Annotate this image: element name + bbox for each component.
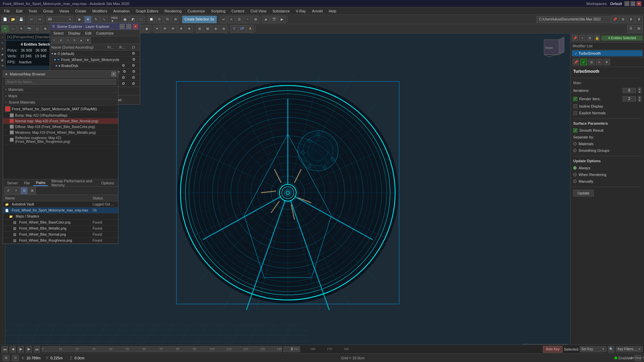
cameras-button[interactable]: 📷 [25,25,33,33]
mat-search-input[interactable] [5,79,116,85]
go-start-button[interactable]: ⏮ [1,346,8,353]
render-iters-down-button[interactable]: ▼ [638,99,641,102]
render-iters-input[interactable] [623,96,636,102]
menu-group[interactable]: Group [40,8,56,14]
menu-content[interactable]: Content [229,8,247,14]
iterations-down-button[interactable]: ▼ [638,90,641,93]
menu-rendering[interactable]: Rendering [162,8,184,14]
load-button[interactable]: ⬇ [627,16,635,23]
pin-button[interactable]: 📌 [611,16,619,23]
selection-filter-dropdown[interactable]: All ▼ [46,16,73,23]
mat-item-bump[interactable]: Bump: Map #22 (VRayNormalMap) [3,113,118,118]
sidebar-hierarchy-icon[interactable]: ⊕ [0,46,5,51]
config-panel-button[interactable]: ⚙ [587,35,593,41]
select-button[interactable]: ▶ [76,16,84,23]
mat-asset-normal[interactable]: 🖼 Front_Wheel_Bike_Normal.png Found [3,232,118,238]
modifier-active-button[interactable]: ✓ [580,59,587,65]
se-invert-button[interactable]: ⊘ [58,37,64,43]
render-setup-button[interactable]: 🎬 [270,16,278,23]
go-end-button[interactable]: ⏭ [34,346,40,353]
sidebar-utilities-icon[interactable]: ⚙ [0,63,5,68]
render-frame-button[interactable]: ▶ [278,16,286,23]
arnold-render[interactable]: A [247,25,254,33]
mat-item-normal[interactable]: Normal map: Map #20 (Front_Wheel_Bike_No… [3,118,118,124]
menu-graph-editors[interactable]: Graph Editors [133,8,161,14]
view-dropdown-button[interactable]: View ▼ [111,16,118,23]
materials-radio[interactable] [573,142,577,145]
region-type-button[interactable]: ◩ [129,16,137,23]
maximize-button[interactable]: □ [631,1,635,6]
sidebar-display-icon[interactable]: ◧ [0,58,5,62]
sidebar-modify-icon[interactable]: ✎ [0,41,5,45]
pin-panel-button[interactable]: 📌 [572,35,578,41]
ungroup-btn[interactable]: ⊠ [204,25,211,33]
close-button[interactable]: ✕ [637,1,641,6]
se-menu-edit[interactable]: Edit [83,31,94,36]
sidebar-motion-icon[interactable]: ▶ [0,52,5,57]
mat-item-diffuse[interactable]: Diffuse: Map #18 (Front_Wheel_Bike_BaseC… [3,124,118,130]
se-row-2[interactable]: ● ◈ BrakeDisk ⚙ ⚙ [54,63,140,69]
add-time-tag-button[interactable]: Add Time Tag [635,355,641,361]
iterations-up-button[interactable]: ▲ [638,87,641,90]
angle-snap[interactable]: ⟳ [156,16,163,23]
freeze-unselect[interactable]: ❄ [177,25,185,33]
obj-data[interactable]: ◉ [143,25,150,33]
region-select-button[interactable]: ▣ [121,16,128,23]
minimize-button[interactable]: ─ [625,1,629,6]
pin-modifier-button[interactable]: 📌 [573,59,579,65]
max-script-btn[interactable]: M [635,25,643,33]
scene-explorer-close-button[interactable]: ✕ [133,24,138,29]
vray-frame-buffer[interactable]: VF [238,25,246,33]
se-menu-select[interactable]: Select [51,31,66,36]
mirror-button[interactable]: ⇔ [220,16,227,23]
save-button[interactable]: 💾 [17,16,25,23]
nav-cube[interactable]: Front [541,36,568,63]
mat-reload-button[interactable]: ↺ [4,187,12,194]
mat-scroll-area[interactable]: Front_Wheel_for_Sport_Motorcycle_MAT (VR… [3,106,118,179]
rotate-button[interactable]: ↻ [92,16,100,23]
menu-substance[interactable]: Substance [270,8,292,14]
configure-button[interactable]: ⚙ [588,59,595,65]
when-rendering-radio[interactable] [573,173,577,176]
mat-cat-maps[interactable]: + Maps [3,93,118,99]
mat-item-main[interactable]: Front_Wheel_for_Sport_Motorcycle_MAT (VR… [3,106,118,113]
manually-radio[interactable] [573,180,577,183]
lights-button[interactable]: ☀ [17,25,25,33]
expand-panel-button[interactable]: + [579,35,585,41]
scale-button[interactable]: ⤡ [100,16,108,23]
mat-item-roughness[interactable]: Reflection roughness: Map #21 (Front_Whe… [3,135,118,144]
mat-asset-basecolor[interactable]: 🖼 Front_Wheel_Bike_BaseColor.png Found [3,220,118,226]
menu-arnold[interactable]: Arnold [309,8,325,14]
auto-key-button[interactable]: Auto Key [543,346,563,353]
shapes-button[interactable]: ○ [9,25,17,33]
export-button[interactable]: ⬆ [635,16,643,23]
reactor-btn[interactable]: R [627,25,635,33]
open-button[interactable]: 📂 [9,16,17,23]
key-filters-dropdown[interactable]: Key Filters ... ▼ [616,346,643,352]
play-button[interactable]: ▶ [17,346,24,353]
create-selection-set-button[interactable]: Create Selection Se [182,16,217,23]
always-radio[interactable] [573,166,577,170]
mat-cat-scene-materials[interactable]: ─ Scene Materials [3,99,118,106]
mat-tab-server[interactable]: Server [4,180,20,186]
sidebar-create-icon[interactable]: + [0,35,5,40]
window-crossing-button[interactable]: ⬚ [137,16,145,23]
unhide-all[interactable]: 👁 [169,25,177,33]
curve-editor-button[interactable]: ~ [244,16,251,23]
prev-key-button[interactable]: ◀ [9,346,16,353]
mat-icon-view-button[interactable]: ⊞ [29,187,36,194]
se-move-down-button[interactable]: ▼ [85,37,91,43]
mat-tab-bitmap-performance[interactable]: Bitmap Performance and Memory [49,178,98,188]
se-move-up-button[interactable]: ▲ [78,37,84,43]
turbosmooth-entry[interactable]: ✓ TurboSmooth [572,50,643,56]
menu-animation[interactable]: Animation [111,8,132,14]
menu-tools[interactable]: Tools [26,8,40,14]
mat-new-button[interactable]: + [12,187,20,194]
mat-item-metalness[interactable]: Metalness: Map #19 (Front_Wheel_Bike_Met… [3,130,118,135]
se-select-all-button[interactable]: ✓ [51,37,57,43]
vray-render[interactable]: V [230,25,238,33]
material-editor-button[interactable]: ◈ [262,16,270,23]
helpers-button[interactable]: ◻ [34,25,41,33]
attach-btn[interactable]: ⊗ [212,25,219,33]
render-iters-checkbox[interactable]: ✓ [573,97,577,101]
